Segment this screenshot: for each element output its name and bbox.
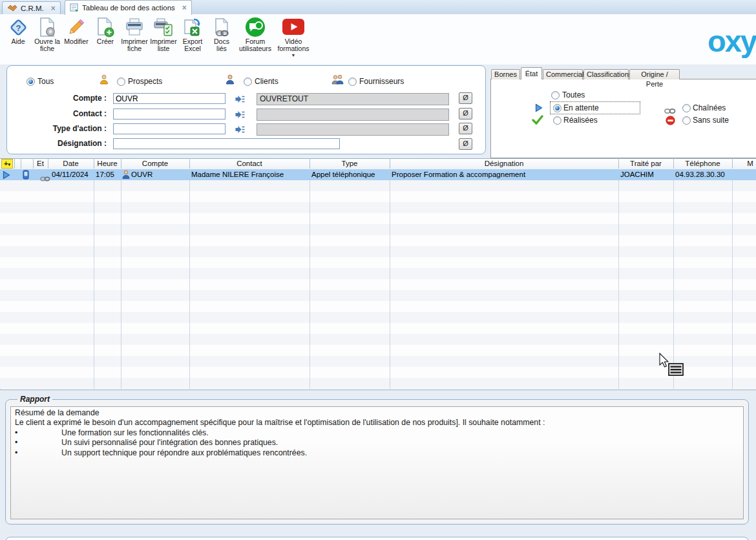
window-tab-bar: C.R.M. × Tableau de bord des actions × — [0, 0, 756, 15]
row-chain-icon — [40, 172, 50, 184]
radio-tous-label: Tous — [37, 77, 54, 86]
col-header-date[interactable]: Date — [48, 159, 94, 168]
open-record-icon — [37, 16, 57, 38]
contact-lookup-icon[interactable] — [235, 110, 245, 121]
imprimer-liste-button[interactable]: Imprimer liste — [149, 16, 178, 53]
report-textarea[interactable]: Résumé de la demande Le client a exprimé… — [10, 406, 744, 519]
tab-etat[interactable]: État — [521, 67, 542, 79]
row-telephone: 04.93.28.30.30 — [675, 170, 725, 179]
oxygene-logo: oxyg — [708, 26, 756, 61]
radio-prospects[interactable] — [117, 78, 125, 86]
row-designation: Proposer Formation & accompagnement — [392, 170, 525, 179]
new-record-icon — [96, 16, 115, 38]
col-header-compte[interactable]: Compte — [121, 159, 189, 168]
tab-origine-perte[interactable]: Origine / Perte — [629, 69, 680, 79]
compte-lookup-icon[interactable] — [235, 94, 245, 106]
report-section: Rapport Résumé de la demande Le client a… — [5, 395, 749, 524]
clear-contact-button[interactable]: Ø — [459, 108, 472, 119]
report-line: Résumé de la demande — [15, 408, 739, 418]
tab-bornes[interactable]: Bornes — [491, 69, 520, 79]
fournisseur-group-icon — [331, 74, 344, 87]
radio-prospects-label: Prospects — [128, 77, 162, 86]
col-header-type[interactable]: Type — [310, 159, 390, 168]
radio-sans-suite-label: Sans suite — [693, 116, 729, 125]
tab-commercial[interactable]: Commercial — [543, 69, 583, 79]
report-legend: Rapport — [17, 395, 52, 404]
bullet-glyph: • — [15, 428, 24, 438]
clear-designation-button[interactable]: Ø — [459, 138, 472, 150]
radio-fournisseurs[interactable] — [348, 78, 357, 86]
contact-linked-field — [257, 109, 449, 121]
svg-text:?: ? — [16, 23, 21, 33]
tab-label: C.R.M. — [21, 5, 44, 12]
bottom-panel — [5, 537, 749, 540]
row-type: Appel téléphonique — [311, 170, 375, 179]
play-icon — [535, 103, 543, 115]
video-formations-button[interactable]: Vidéo formations ▼ — [275, 16, 312, 58]
radio-tous[interactable] — [26, 78, 35, 86]
printer-icon — [125, 16, 144, 38]
ouvre-la-fiche-button[interactable]: Ouvre la fiche — [33, 16, 61, 53]
col-header-telephone[interactable]: Téléphone — [673, 159, 732, 168]
clear-type-action-button[interactable]: Ø — [459, 123, 472, 134]
type-action-lookup-icon[interactable] — [235, 125, 245, 136]
excel-export-icon — [183, 16, 202, 38]
row-traite-par: JOACHIM — [620, 170, 654, 179]
clear-compte-button[interactable]: Ø — [459, 92, 472, 104]
report-bullet-item: • Une formation sur les fonctionnalités … — [15, 428, 739, 438]
client-person-icon — [226, 74, 235, 87]
col-header-heure[interactable]: Heure — [94, 159, 121, 168]
type-action-linked-field — [257, 123, 449, 136]
radio-en-attente-label: En attente — [563, 103, 599, 112]
modifier-button[interactable]: Modifier — [62, 16, 90, 46]
imprimer-fiche-button[interactable]: Imprimer fiche — [120, 16, 149, 53]
row-date: 04/11/2024 — [52, 170, 89, 179]
radio-sans-suite[interactable] — [682, 116, 691, 125]
help-diamond-icon: ? — [8, 16, 28, 38]
col-header-et[interactable]: Et — [33, 159, 48, 168]
close-icon[interactable]: × — [51, 4, 56, 13]
creer-button[interactable]: Créer — [91, 16, 120, 46]
close-icon[interactable]: × — [182, 3, 187, 12]
column-chooser-button[interactable]: +▾ — [1, 159, 13, 169]
radio-fournisseurs-label: Fournisseurs — [359, 77, 404, 86]
export-excel-button[interactable]: Export Excel — [178, 16, 207, 53]
video-play-icon — [282, 16, 305, 38]
row-phone-icon — [23, 170, 29, 182]
forum-utilisateurs-button[interactable]: Forum utilisateurs — [236, 16, 274, 53]
col-header-designation[interactable]: Désignation — [390, 159, 618, 168]
compte-input[interactable] — [113, 93, 226, 104]
row-play-icon — [3, 171, 10, 182]
type-action-label: Type d'action : — [6, 124, 107, 133]
aide-button[interactable]: ? Aide — [4, 16, 32, 46]
radio-realisees[interactable] — [553, 116, 562, 125]
toolbar: ? Aide Ouvre la fiche Modifier Créer Imp… — [0, 14, 756, 65]
tab-tableau-de-bord[interactable]: Tableau de bord des actions × — [65, 0, 192, 15]
designation-label: Désignation : — [6, 139, 107, 148]
pencil-icon — [66, 16, 87, 38]
col-header-mobile[interactable]: M — [732, 159, 756, 168]
radio-chainees-label: Chaînées — [693, 103, 726, 112]
col-header-traite-par[interactable]: Traité par — [618, 159, 673, 168]
contact-input[interactable] — [113, 109, 226, 119]
radio-en-attente[interactable] — [553, 104, 562, 112]
radio-clients[interactable] — [244, 78, 252, 86]
report-line: Le client a exprimé le besoin d'un accom… — [15, 418, 739, 428]
col-header-contact[interactable]: Contact — [189, 159, 310, 168]
report-bullet-item: • Un support technique pour répondre aux… — [15, 448, 739, 458]
bullet-glyph: • — [15, 438, 24, 448]
forum-chat-icon — [244, 16, 266, 38]
radio-chainees[interactable] — [682, 104, 691, 112]
radio-toutes[interactable] — [551, 91, 560, 99]
handshake-icon — [7, 4, 17, 13]
tab-crm[interactable]: C.R.M. × — [2, 1, 61, 14]
compte-linked-field: OUVRETOUT — [257, 93, 449, 105]
chevron-down-icon[interactable]: ▼ — [291, 53, 296, 57]
row-heure: 17:05 — [96, 170, 114, 179]
actions-list-icon — [70, 3, 79, 13]
type-action-input[interactable] — [113, 123, 226, 134]
compte-label: Compte : — [6, 94, 107, 103]
tab-classifications[interactable]: Classifications — [583, 69, 629, 79]
designation-input[interactable] — [113, 138, 340, 149]
docs-lies-button[interactable]: Docs liés — [207, 16, 236, 53]
